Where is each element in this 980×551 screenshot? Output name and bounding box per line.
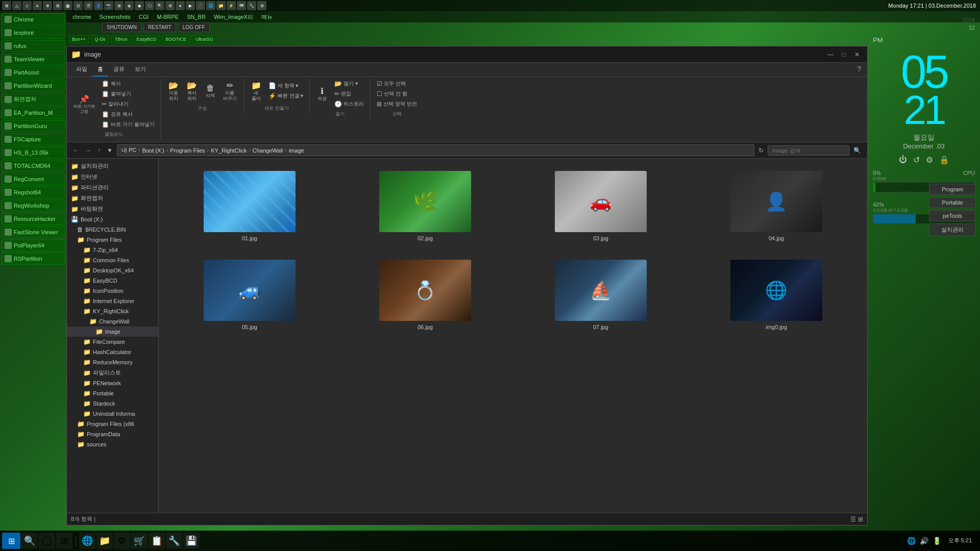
top-icon-7[interactable]: ▦ [63, 1, 72, 10]
back-button[interactable]: ← [71, 146, 81, 155]
sidebar-item-iexplore[interactable]: Iexplore [1, 27, 65, 39]
menu-mbrpe[interactable]: M-BRPE [155, 13, 181, 21]
copy-to-button[interactable]: 📂 복사위치 [184, 79, 200, 103]
paste-button[interactable]: 📋 붙여넣기 [100, 89, 157, 98]
taskbar-chrome[interactable]: 🌐 [79, 533, 95, 549]
taskbar-clock[interactable]: 오후 5:21 [944, 537, 976, 544]
tab-view[interactable]: 보기 [130, 63, 151, 77]
top-icon-22[interactable]: 📁 [216, 1, 226, 10]
top-icon-15[interactable]: ⬡ [145, 1, 154, 10]
minimize-button[interactable]: — [824, 49, 837, 60]
top-icon-6[interactable]: ⊞ [53, 1, 62, 10]
sidebar-item-regshot[interactable]: Regshot64 [1, 186, 65, 198]
tree-item[interactable]: 📁화면캡처 [67, 193, 158, 204]
sidebar-item-potplayer[interactable]: PotPlayer64 [1, 239, 65, 252]
settings-icon[interactable]: ⚙ [926, 155, 933, 165]
menu-snbr[interactable]: SN_BR [185, 13, 208, 21]
history-button[interactable]: 🕐 히스토리 [332, 99, 366, 109]
tree-item[interactable]: 📁Internet Explorer [67, 296, 158, 306]
top-icon-24[interactable]: 🗺 [237, 1, 246, 10]
battery-icon[interactable]: 🔋 [932, 536, 942, 546]
taskbar-app2[interactable]: 🔧 [166, 533, 182, 549]
top-icon-16[interactable]: 🔍 [155, 1, 164, 10]
sidebar-item-partitionguru[interactable]: PartitionGuru [1, 120, 65, 132]
cut-button[interactable]: ✂ 잘라내기 [100, 99, 157, 109]
quick-access-button[interactable]: ⚡ 빠른 연결 ▾ [266, 91, 306, 101]
paste-shortcut-button[interactable]: 📋 바로 가기 붙여넣기 [100, 120, 157, 129]
path-copy-button[interactable]: 📋 경로 복사 [100, 110, 157, 119]
tree-item[interactable]: 📁HashCalculator [67, 347, 158, 357]
network-icon[interactable]: 🌐 [906, 536, 917, 546]
sidebar-item-rufus[interactable]: rufus [1, 40, 65, 52]
search-input[interactable] [768, 145, 849, 156]
tree-item[interactable]: 📁Stardock [67, 398, 158, 409]
select-all-button[interactable]: ☑ 모두 선택 [375, 79, 419, 88]
sidebar-item-regworkshop[interactable]: RegWorkshop [1, 199, 65, 212]
tab-file[interactable]: 파일 [71, 63, 92, 77]
top-icon-11[interactable]: 📷 [104, 1, 113, 10]
tree-item[interactable]: 📁PENetwork [67, 378, 158, 388]
sidebar-item-partassist[interactable]: PartAssist [1, 66, 65, 79]
logoff-button[interactable]: LOG OFF [178, 22, 210, 32]
tree-item[interactable]: 📁파일리스트 [67, 367, 158, 378]
tree-item[interactable]: 📁Uninstall Informa [67, 409, 158, 419]
recent-button[interactable]: ▼ [105, 146, 115, 155]
sidebar-item-hs[interactable]: HS_B_13.05k [1, 146, 65, 159]
sidebar-item-ea-partition[interactable]: EA_Partition_M [1, 107, 65, 119]
new-folder-button[interactable]: 📁 새폴더 [248, 79, 264, 103]
tree-item[interactable]: 📁IconPosition [67, 286, 158, 296]
select-none-button[interactable]: ☐ 선택 안 함 [375, 89, 419, 98]
tree-item[interactable]: 📁7-Zip_x64 [67, 245, 158, 255]
delete-button[interactable]: 🗑 삭제 [202, 82, 218, 100]
menu-chrome[interactable]: chrome [70, 13, 93, 21]
menu-screenshots[interactable]: Screenshots [97, 13, 133, 21]
refresh-button[interactable]: ↻ [756, 146, 766, 155]
top-icon-18[interactable]: ♦ [176, 1, 185, 10]
tree-item[interactable]: 📁설치와관리 [67, 161, 158, 171]
menu-extra[interactable]: 메뉴 [259, 12, 275, 22]
quick-qdir[interactable]: Q-Dir [91, 35, 110, 43]
tree-item[interactable]: 📁ChangeWall [67, 316, 158, 327]
sidebar-item-faststone[interactable]: FastStone Viewer [1, 226, 65, 238]
petools-button[interactable]: peTools [929, 210, 976, 221]
edit-button[interactable]: ✏ 편집 [332, 89, 366, 98]
tab-share[interactable]: 공유 [108, 63, 130, 77]
list-view-icon[interactable]: ☰ [850, 516, 856, 523]
lock-icon[interactable]: 🔒 [939, 155, 949, 165]
tree-item[interactable]: 📁ReduceMemory [67, 357, 158, 367]
volume-icon[interactable]: 🔊 [919, 536, 929, 546]
tab-home[interactable]: 홈 [92, 63, 108, 77]
copy-button[interactable]: 📋 복사 [100, 79, 157, 88]
address-path[interactable]: 내 PC › Boot (X:) › Program Files › KY_Ri… [117, 144, 754, 156]
install-button[interactable]: 설치관리 [929, 223, 976, 236]
taskbar-settings[interactable]: ⚙ [114, 533, 130, 549]
tree-item[interactable]: 📁Portable [67, 388, 158, 398]
tree-item[interactable]: 📁Program Files [67, 235, 158, 245]
list-item[interactable]: 04.jpg [694, 167, 859, 245]
quick-ultraiso[interactable]: UltraISO [192, 35, 217, 43]
program-button[interactable]: Program [929, 184, 976, 195]
list-item[interactable]: 01.jpg [167, 167, 332, 245]
list-item[interactable]: 03.jpg [518, 167, 683, 245]
quick-easybcd[interactable]: EasyBCD [133, 35, 160, 43]
tree-item[interactable]: 📁EasyBCD [67, 276, 158, 286]
tree-item[interactable]: 📁Common Files [67, 255, 158, 265]
sidebar-item-resourcehacker[interactable]: ResourceHacker [1, 213, 65, 225]
taskbar-cortana[interactable]: ◯ [39, 533, 55, 549]
top-icon-8[interactable]: ⊡ [74, 1, 83, 10]
taskbar-multitask[interactable]: ⊞ [56, 533, 72, 549]
top-icon-14[interactable]: ◆ [135, 1, 144, 10]
up-button[interactable]: ↑ [95, 146, 103, 155]
portable-button[interactable]: Portable [929, 197, 976, 208]
rename-button[interactable]: ✏ 이름바꾸기 [220, 79, 239, 103]
taskbar-search[interactable]: 🔍 [21, 533, 38, 549]
sidebar-item-rspartition[interactable]: RSPartition [1, 253, 65, 265]
maximize-button[interactable]: □ [838, 49, 850, 60]
list-item[interactable]: 06.jpg [342, 256, 508, 334]
refresh-icon[interactable]: ↺ [913, 155, 920, 165]
forward-button[interactable]: → [83, 146, 93, 155]
quick-bun[interactable]: Bun++ [68, 35, 89, 43]
tree-item[interactable]: 📁image [67, 327, 158, 337]
list-item[interactable]: 02.jpg [342, 167, 508, 245]
move-button[interactable]: 📂 이동위치 [165, 79, 182, 103]
